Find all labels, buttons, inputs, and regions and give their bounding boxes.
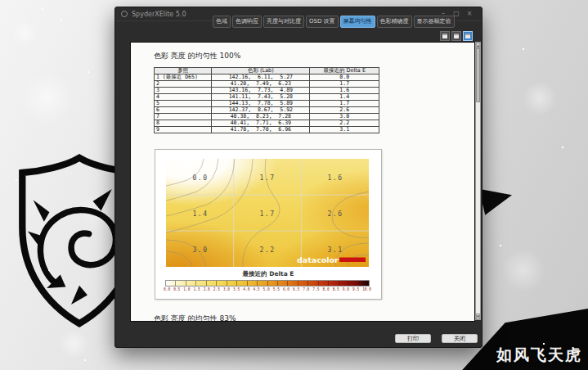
report-page: 色彩 亮度 的均匀性 100% 参照 色彩 (Lab) 最接近的 Delta E… <box>130 42 475 322</box>
heatmap-cell-6: 2.6 <box>328 210 343 218</box>
tab-6[interactable]: 色彩精确度 <box>377 16 412 28</box>
window-title: SpyderXElite 5.0 <box>132 11 186 18</box>
tab-2[interactable]: 色调响应 <box>232 16 262 28</box>
tab-7[interactable]: 显示器额定值 <box>414 16 455 28</box>
print-button[interactable]: 打印 <box>395 334 431 343</box>
heatmap-cell-8: 2.2 <box>260 246 276 254</box>
scale-tick-labels: 0.00.51.01.52.02.53.03.54.04.55.05.56.06… <box>164 287 371 291</box>
table-row: 3143.16, 7.73, 4.891.6 <box>155 88 379 94</box>
zoom-report-icon[interactable] <box>463 31 473 41</box>
scrollbar-thumb[interactable] <box>476 48 480 102</box>
tab-3[interactable]: 亮度与对比度 <box>263 16 304 28</box>
uniformity-heading: 色彩 亮度 的均匀性 100% <box>154 51 240 61</box>
uniformity-table: 参照 色彩 (Lab) 最接近的 Delta E 1 (最接近 D65)142.… <box>154 67 379 133</box>
uniformity-table-body: 1 (最接近 D65)142.16, 6.11, 5.270.0241.20, … <box>155 74 379 133</box>
table-row: 5144.13, 7.78, 5.891.7 <box>155 101 379 107</box>
col-header-delta-e: 最接近的 Delta E <box>310 68 379 74</box>
col-header-color-lab: 色彩 (Lab) <box>212 68 310 74</box>
col-header-reference: 参照 <box>155 68 212 74</box>
table-row: 941.70, 7.70, 6.963.1 <box>155 127 379 133</box>
scale-segments <box>166 281 369 286</box>
heatmap-cell-2: 1.7 <box>260 174 276 182</box>
heatmap-cell-4: 1.4 <box>193 210 209 218</box>
table-row: 740.38, 8.23, 7.283.0 <box>155 114 379 120</box>
close-button[interactable]: × <box>463 8 476 20</box>
heatmap-cell-9: 3.1 <box>328 246 343 254</box>
table-row: 6142.37, 8.67, 5.922.6 <box>155 107 379 114</box>
delta-e-heatmap: 0.0 1.7 1.6 1.4 1.7 2.6 3.0 2.2 3.1 data… <box>166 159 369 267</box>
table-row: 1 (最接近 D65)142.16, 6.11, 5.270.0 <box>155 74 379 81</box>
watermark-text: 如风飞天虎 <box>496 345 582 366</box>
heatmap-cell-3: 1.6 <box>328 174 343 182</box>
heatmap-cell-7: 3.0 <box>193 246 209 254</box>
tab-5[interactable]: 屏幕均匀性 <box>340 16 375 28</box>
delta-e-color-scale <box>165 280 370 287</box>
heatmap-cell-5: 1.7 <box>260 210 276 218</box>
background-spike-shape <box>478 183 512 218</box>
report-toolbar <box>440 31 473 41</box>
heatmap-caption: 最接近的 Delta E <box>155 270 381 278</box>
next-section-heading: 色彩 亮度 的均匀性 83% <box>154 314 236 322</box>
table-row: 4141.11, 7.43, 5.281.4 <box>155 94 379 101</box>
page-scrollbar[interactable]: ▲ ▼ <box>475 42 481 320</box>
heatmap-cell-1: 0.0 <box>193 174 209 182</box>
heatmap-panel: 0.0 1.7 1.6 1.4 1.7 2.6 3.0 2.2 3.1 data… <box>155 149 382 300</box>
close-report-button[interactable]: 关闭 <box>442 334 478 343</box>
desktop-background: 如风飞天虎 SpyderXElite 5.0 – □ × 色域色调响应亮度与对比… <box>0 0 588 370</box>
print-report-icon[interactable] <box>451 31 461 41</box>
app-window: SpyderXElite 5.0 – □ × 色域色调响应亮度与对比度OSD 设… <box>114 7 483 348</box>
scroll-down-icon[interactable]: ▼ <box>476 314 480 319</box>
save-report-icon[interactable] <box>440 31 450 41</box>
table-row: 241.20, 7.49, 6.231.7 <box>155 81 379 88</box>
tab-bar: 色域色调响应亮度与对比度OSD 设置屏幕均匀性色彩精确度显示器额定值 <box>212 16 456 28</box>
table-row: 840.41, 7.71, 6.392.2 <box>155 120 379 127</box>
app-icon <box>121 11 128 17</box>
tab-1[interactable]: 色域 <box>213 16 231 28</box>
scroll-up-icon[interactable]: ▲ <box>476 43 480 48</box>
tab-4[interactable]: OSD 设置 <box>306 16 339 28</box>
svg-text:datacolor: datacolor <box>297 255 339 264</box>
footer-buttons: 打印 关闭 <box>395 334 478 343</box>
table-header-row: 参照 色彩 (Lab) 最接近的 Delta E <box>155 68 379 74</box>
